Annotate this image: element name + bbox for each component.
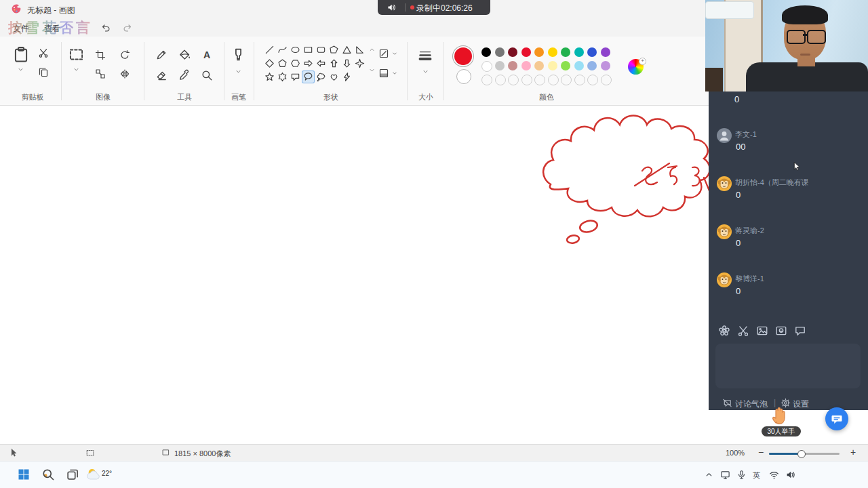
palette-color[interactable] bbox=[601, 61, 610, 70]
shapes-scroll-up-icon[interactable] bbox=[368, 46, 376, 54]
flip-button[interactable] bbox=[119, 68, 130, 79]
rotate-button[interactable] bbox=[119, 49, 130, 60]
microphone-tray-icon[interactable] bbox=[736, 470, 747, 480]
copy-button[interactable] bbox=[38, 66, 49, 77]
avatar[interactable] bbox=[717, 224, 732, 239]
magnifier-tool-button[interactable] bbox=[201, 69, 213, 81]
palette-color[interactable] bbox=[534, 75, 545, 85]
shape-hexagon[interactable] bbox=[289, 57, 302, 70]
resize-button[interactable] bbox=[95, 68, 106, 79]
palette-color[interactable] bbox=[574, 75, 585, 85]
pencil-tool-button[interactable] bbox=[155, 49, 167, 61]
stroke-size-button[interactable] bbox=[418, 49, 433, 62]
select-button[interactable] bbox=[68, 46, 85, 63]
palette-color[interactable] bbox=[587, 75, 598, 85]
shape-four-point-star[interactable] bbox=[353, 57, 366, 70]
palette-color[interactable] bbox=[521, 75, 532, 85]
volume-icon[interactable] bbox=[785, 470, 795, 480]
palette-color[interactable] bbox=[521, 47, 531, 57]
scissors-icon[interactable] bbox=[737, 325, 749, 337]
palette-color[interactable] bbox=[481, 61, 492, 72]
palette-color[interactable] bbox=[561, 61, 570, 70]
palette-color[interactable] bbox=[495, 75, 506, 85]
zoom-slider-handle[interactable] bbox=[797, 450, 806, 458]
palette-color[interactable] bbox=[601, 47, 610, 57]
color2-swatch[interactable] bbox=[456, 69, 471, 84]
avatar[interactable] bbox=[717, 128, 732, 143]
shape-oval-callout[interactable] bbox=[302, 70, 315, 83]
palette-color[interactable] bbox=[508, 75, 519, 85]
shape-fill-chevron-icon[interactable] bbox=[391, 70, 398, 77]
zoom-in-button[interactable]: + bbox=[846, 445, 860, 460]
shape-six-point-star[interactable] bbox=[276, 70, 289, 83]
eyedropper-tool-button[interactable] bbox=[178, 69, 191, 81]
palette-color[interactable] bbox=[508, 61, 517, 70]
paste-chevron-icon[interactable] bbox=[17, 66, 24, 73]
shape-rounded-rectangle[interactable] bbox=[315, 43, 328, 56]
color1-swatch[interactable] bbox=[454, 47, 472, 65]
palette-color[interactable] bbox=[508, 47, 517, 57]
palette-color[interactable] bbox=[601, 75, 612, 85]
tray-expand-icon[interactable] bbox=[704, 470, 714, 480]
settings-label[interactable]: 设置 bbox=[793, 399, 809, 410]
bubble-toggle-label[interactable]: 讨论气泡 bbox=[735, 399, 768, 410]
flower-icon[interactable] bbox=[718, 325, 730, 337]
cut-button[interactable] bbox=[38, 47, 49, 58]
palette-color[interactable] bbox=[481, 47, 491, 57]
zoom-out-button[interactable]: − bbox=[754, 445, 768, 460]
palette-color[interactable] bbox=[548, 47, 557, 57]
shape-rectangle[interactable] bbox=[302, 43, 315, 56]
avatar[interactable] bbox=[717, 176, 732, 191]
speaker-icon[interactable] bbox=[387, 3, 396, 12]
shape-heart[interactable] bbox=[328, 70, 340, 83]
select-chevron-icon[interactable] bbox=[73, 66, 80, 73]
shape-five-point-star[interactable] bbox=[263, 70, 276, 83]
shape-curve[interactable] bbox=[276, 43, 289, 56]
shapes-scroll-down-icon[interactable] bbox=[368, 66, 376, 74]
shape-outline-button[interactable] bbox=[378, 48, 389, 59]
palette-color[interactable] bbox=[521, 61, 531, 70]
comment-icon[interactable] bbox=[794, 325, 806, 337]
shape-lightning[interactable] bbox=[340, 70, 353, 83]
raise-hand-icon[interactable] bbox=[769, 404, 791, 426]
redo-icon[interactable] bbox=[122, 22, 133, 33]
open-chat-button[interactable] bbox=[825, 407, 848, 430]
palette-color[interactable] bbox=[534, 47, 544, 57]
shape-fill-button[interactable] bbox=[378, 68, 389, 79]
fill-tool-button[interactable] bbox=[178, 49, 191, 61]
palette-color[interactable] bbox=[495, 47, 505, 57]
eraser-tool-button[interactable] bbox=[155, 69, 167, 81]
palette-color[interactable] bbox=[548, 75, 559, 85]
shape-arrow-up[interactable] bbox=[328, 57, 340, 70]
shape-pentagon[interactable] bbox=[276, 57, 289, 70]
undo-icon[interactable] bbox=[100, 22, 111, 33]
palette-color[interactable] bbox=[587, 47, 597, 57]
palette-color[interactable] bbox=[561, 75, 572, 85]
palette-color[interactable] bbox=[574, 61, 584, 70]
palette-color[interactable] bbox=[481, 75, 492, 85]
palette-color[interactable] bbox=[495, 61, 505, 70]
shape-polygon[interactable] bbox=[328, 43, 340, 56]
shape-diamond[interactable] bbox=[263, 57, 276, 70]
crop-button[interactable] bbox=[95, 49, 106, 60]
shape-line[interactable] bbox=[263, 43, 276, 56]
shape-arrow-right[interactable] bbox=[302, 57, 315, 70]
text-tool-button[interactable]: A bbox=[201, 49, 213, 61]
palette-color[interactable] bbox=[534, 61, 544, 70]
shape-rounded-callout[interactable] bbox=[289, 70, 302, 83]
shape-cloud-callout[interactable] bbox=[315, 70, 328, 83]
palette-color[interactable] bbox=[548, 61, 557, 70]
chat-input[interactable] bbox=[715, 344, 861, 388]
palette-color[interactable] bbox=[574, 47, 584, 57]
shape-arrow-left[interactable] bbox=[315, 57, 328, 70]
brush-chevron-icon[interactable] bbox=[235, 68, 242, 75]
meme-icon[interactable] bbox=[775, 325, 787, 337]
shape-outline-chevron-icon[interactable] bbox=[391, 50, 398, 57]
paste-button[interactable] bbox=[12, 45, 30, 63]
display-tray-icon[interactable] bbox=[720, 470, 730, 480]
shape-arrow-down[interactable] bbox=[340, 57, 353, 70]
wifi-icon[interactable] bbox=[769, 470, 779, 480]
avatar[interactable] bbox=[717, 272, 732, 287]
shape-right-triangle[interactable] bbox=[353, 43, 366, 56]
palette-color[interactable] bbox=[587, 61, 597, 70]
